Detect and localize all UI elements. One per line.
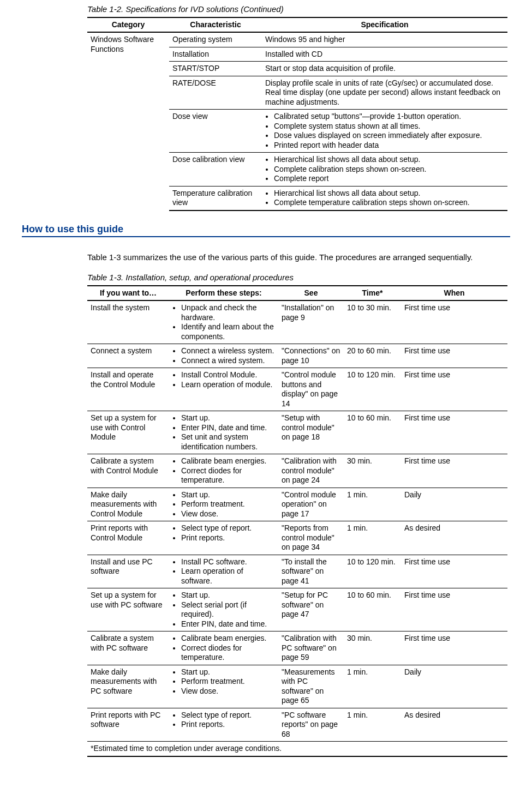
t13-r11-see: "Measurements with PC software" on page … xyxy=(278,665,344,708)
t13-r1-want: Install the system xyxy=(87,300,169,344)
t13-r3-time: 10 to 120 min. xyxy=(344,368,401,411)
t13-r5-see: "Calibration with control module" on pag… xyxy=(278,454,344,488)
t13-r3-see: "Control module buttons and display" on … xyxy=(278,368,344,411)
t13-r3-b1: Install Control Module. xyxy=(181,370,275,380)
t13-r2-want: Connect a system xyxy=(87,344,169,368)
t12-r7-b1: Hierarchical list shows all data about s… xyxy=(274,189,504,199)
t12-r6-b3: Complete report xyxy=(274,174,504,184)
t13-footnote: *Estimated time to completion under aver… xyxy=(87,742,507,756)
t12-r7-spec: Hierarchical list shows all data about s… xyxy=(262,186,507,210)
t13-r8-steps: Install PC software. Learn operation of … xyxy=(169,555,278,588)
t13-r10-want: Calibrate a system with PC software xyxy=(87,631,169,665)
t13-r12-time: 1 min. xyxy=(344,708,401,742)
t13-r6-b1: Start up. xyxy=(181,490,275,500)
t13-r12-b2: Print reports. xyxy=(181,720,275,730)
t12-r5-b3: Dose values displayed on screen immediat… xyxy=(274,131,504,141)
t13-h4: Time* xyxy=(344,286,401,301)
t12-r6-spec: Hierarchical list shows all data about s… xyxy=(262,153,507,187)
t13-r8-see: "To install the software" on page 41 xyxy=(278,555,344,588)
t13-r4-when: First time use xyxy=(401,411,507,454)
t13-r11-want: Make daily measurements with PC software xyxy=(87,665,169,708)
t12-r5-spec: Calibrated setup "buttons"—provide 1-but… xyxy=(262,110,507,153)
t13-r4-b2: Enter PIN, date and time. xyxy=(181,423,275,433)
t13-r7-b2: Print reports. xyxy=(181,533,275,543)
t13-r5-steps: Calibrate beam energies. Correct diodes … xyxy=(169,454,278,488)
t13-r11-when: Daily xyxy=(401,665,507,708)
t13-r10-time: 30 min. xyxy=(344,631,401,665)
t13-r7-b1: Select type of report. xyxy=(181,524,275,533)
t13-r9-b1: Start up. xyxy=(181,591,275,600)
t13-r5-b2: Correct diodes for temperature. xyxy=(181,466,275,485)
table-1-2: Category Characteristic Specification Wi… xyxy=(87,17,507,211)
t13-r8-want: Install and use PC software xyxy=(87,555,169,588)
t13-r9-steps: Start up. Select serial port (if require… xyxy=(169,588,278,631)
t13-h5: When xyxy=(401,286,507,301)
t13-r6-b3: View dose. xyxy=(181,509,275,519)
t12-r4-spec: Display profile scale in units of rate (… xyxy=(262,76,507,110)
t13-r4-b1: Start up. xyxy=(181,413,275,423)
t12-r7-char: Temperature calibration view xyxy=(169,186,262,210)
table-1-3: If you want to… Perform these steps: See… xyxy=(87,285,507,757)
t12-h2: Characteristic xyxy=(169,17,262,33)
t13-r10-steps: Calibrate beam energies. Correct diodes … xyxy=(169,631,278,665)
t13-r4-see: "Setup with control module" on page 18 xyxy=(278,411,344,454)
t13-r10-b1: Calibrate beam energies. xyxy=(181,634,275,643)
t13-r5-when: First time use xyxy=(401,454,507,488)
t13-r3-when: First time use xyxy=(401,368,507,411)
t12-r4-char: RATE/DOSE xyxy=(169,76,262,110)
t13-r1-when: First time use xyxy=(401,300,507,344)
t13-r2-see: "Connections" on page 10 xyxy=(278,344,344,368)
t13-r8-b1: Install PC software. xyxy=(181,557,275,567)
t13-r2-time: 20 to 60 min. xyxy=(344,344,401,368)
t13-r2-steps: Connect a wireless system. Connect a wir… xyxy=(169,344,278,368)
t13-r11-b1: Start up. xyxy=(181,667,275,677)
t13-r10-see: "Calibration with PC software" on page 5… xyxy=(278,631,344,665)
t12-r5-b2: Complete system status shown at all time… xyxy=(274,122,504,131)
t13-r9-b2: Select serial port (if required). xyxy=(181,600,275,619)
t13-r6-time: 1 min. xyxy=(344,488,401,521)
t13-r8-when: First time use xyxy=(401,555,507,588)
t13-r3-want: Install and operate the Control Module xyxy=(87,368,169,411)
t13-r6-want: Make daily measurements with Control Mod… xyxy=(87,488,169,521)
t13-r2-b1: Connect a wireless system. xyxy=(181,346,275,356)
t13-r4-time: 10 to 60 min. xyxy=(344,411,401,454)
t12-r5-b1: Calibrated setup "buttons"—provide 1-but… xyxy=(274,112,504,122)
t13-r1-b2: Identify and learn about the components. xyxy=(181,322,275,341)
t13-h1: If you want to… xyxy=(87,286,169,301)
section-heading: How to use this guide xyxy=(22,223,510,238)
t12-r6-b2: Complete calibration steps shown on-scre… xyxy=(274,165,504,175)
t13-r4-b3: Set unit and system identification numbe… xyxy=(181,432,275,452)
t13-r11-b3: View dose. xyxy=(181,687,275,696)
t12-r2-spec: Installed with CD xyxy=(262,47,507,62)
t13-r12-want: Print reports with PC software xyxy=(87,708,169,742)
t13-r9-b3: Enter PIN, date and time. xyxy=(181,619,275,629)
t13-r12-steps: Select type of report. Print reports. xyxy=(169,708,278,742)
t13-r7-see: "Reports from control module" on page 34 xyxy=(278,521,344,555)
t13-r4-steps: Start up. Enter PIN, date and time. Set … xyxy=(169,411,278,454)
t13-r5-time: 30 min. xyxy=(344,454,401,488)
t13-r11-b2: Perform treatment. xyxy=(181,677,275,687)
t12-r5-char: Dose view xyxy=(169,110,262,153)
t13-r6-steps: Start up. Perform treatment. View dose. xyxy=(169,488,278,521)
t13-r11-time: 1 min. xyxy=(344,665,401,708)
t13-r8-b2: Learn operation of software. xyxy=(181,567,275,586)
t13-h3: See xyxy=(278,286,344,301)
table-1-2-caption: Table 1-2. Specifications for IVD soluti… xyxy=(87,4,510,15)
t13-r12-b1: Select type of report. xyxy=(181,711,275,720)
t13-r1-see: "Installation" on page 9 xyxy=(278,300,344,344)
t13-r3-b2: Learn operation of module. xyxy=(181,380,275,390)
t13-r6-see: "Control module operation" on page 17 xyxy=(278,488,344,521)
t13-r10-b2: Correct diodes for temperature. xyxy=(181,643,275,663)
t12-r6-char: Dose calibration view xyxy=(169,153,262,187)
t13-r9-want: Set up a system for use with PC software xyxy=(87,588,169,631)
t13-r9-see: "Setup for PC software" on page 47 xyxy=(278,588,344,631)
t12-category: Windows Software Functions xyxy=(87,32,169,210)
t13-r1-b1: Unpack and check the hardware. xyxy=(181,303,275,322)
t13-r2-when: First time use xyxy=(401,344,507,368)
t13-r7-want: Print reports with Control Module xyxy=(87,521,169,555)
t12-r3-spec: Start or stop data acquisition of profil… xyxy=(262,62,507,76)
t12-r1-char: Operating system xyxy=(169,32,262,47)
t13-r12-when: As desired xyxy=(401,708,507,742)
t12-h3: Specification xyxy=(262,17,507,33)
t12-r5-b4: Printed report with header data xyxy=(274,141,504,151)
